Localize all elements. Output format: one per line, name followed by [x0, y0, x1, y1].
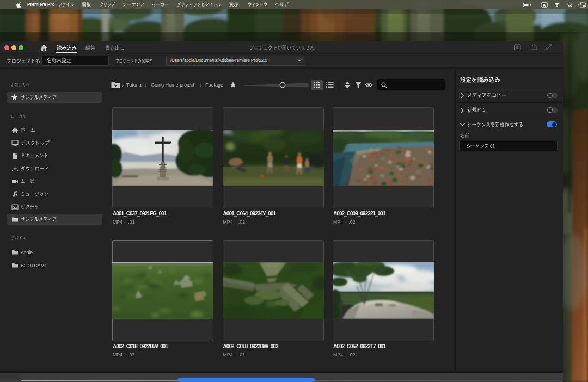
svg-text:A: A	[543, 3, 546, 8]
